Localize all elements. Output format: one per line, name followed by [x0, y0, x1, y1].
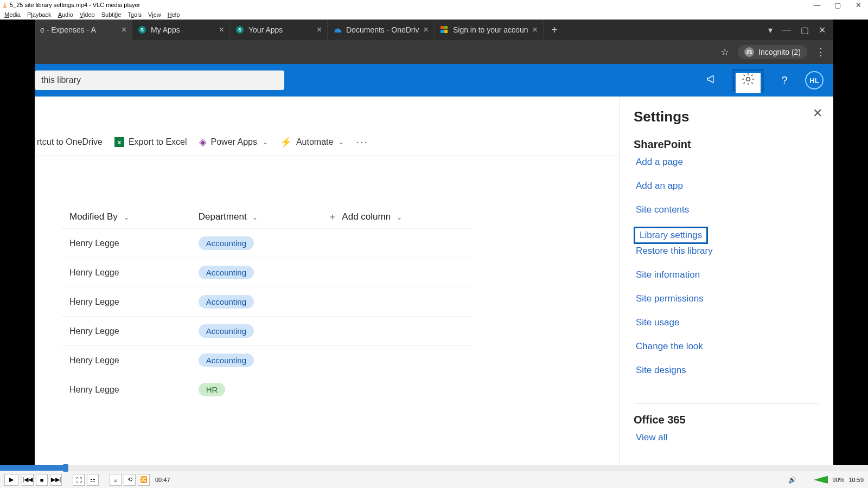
svg-rect-2	[4, 6, 7, 7]
excel-icon: x	[114, 137, 124, 147]
cmd-export-excel[interactable]: x Export to Excel	[114, 137, 187, 147]
vlc-seekbar[interactable]	[0, 465, 868, 471]
search-input[interactable]	[35, 70, 284, 90]
settings-link-site-permissions[interactable]: Site permissions	[634, 292, 819, 306]
vlc-menu-video[interactable]: Video	[80, 11, 95, 18]
window-close-icon[interactable]: ✕	[851, 1, 866, 9]
settings-link-library-settings[interactable]: Library settings	[634, 227, 708, 244]
bookmark-star-icon[interactable]: ☆	[720, 46, 729, 58]
vlc-shuffle-button[interactable]: 🔀	[138, 474, 150, 486]
vlc-stop-button[interactable]: ■	[36, 474, 48, 486]
table-row[interactable]: Henry LeggeHR	[61, 375, 473, 404]
close-icon[interactable]: ×	[219, 25, 224, 35]
cmd-label: Power Apps	[211, 137, 257, 147]
col-label: Modified By	[69, 211, 118, 222]
vlc-controls: ▶ |◀◀ ■ ▶▶| ⛶ ⚏ ≡ ⟲ 🔀 00:47 🔊 90% 10:59	[0, 471, 868, 488]
chrome-minimize-icon[interactable]: —	[782, 25, 791, 35]
automate-icon: ⚡	[280, 136, 292, 148]
vlc-loop-button[interactable]: ⟲	[124, 474, 136, 486]
incognito-badge[interactable]: Incognito (2)	[738, 45, 807, 59]
tab-your-apps[interactable]: S Your Apps ×	[230, 20, 328, 40]
chevron-down-icon: ⌄	[252, 214, 258, 221]
settings-link-view-all[interactable]: View all	[634, 431, 819, 445]
cmd-more-icon[interactable]: ···	[356, 136, 368, 148]
tab-expenses[interactable]: e - Expenses - A ×	[35, 20, 132, 40]
vlc-total-time: 10:59	[848, 477, 864, 483]
vlc-menu-media[interactable]: Media	[4, 11, 21, 18]
table-row[interactable]: Henry LeggeAccounting	[61, 346, 473, 375]
cmd-automate[interactable]: ⚡ Automate ⌄	[280, 136, 344, 148]
megaphone-icon[interactable]	[704, 73, 719, 88]
gear-highlight-box	[732, 69, 764, 92]
col-modified-by[interactable]: Modified By ⌄	[61, 205, 190, 229]
close-icon[interactable]: ×	[317, 25, 322, 35]
window-maximize-icon[interactable]: ▢	[830, 1, 845, 9]
chrome-maximize-icon[interactable]: ▢	[801, 25, 809, 35]
cell-department: Accounting	[190, 287, 319, 317]
col-label: Add column	[342, 211, 391, 222]
table-row[interactable]: Henry LeggeAccounting	[61, 258, 473, 287]
settings-link-site-information[interactable]: Site information	[634, 268, 819, 282]
volume-icon[interactable]: 🔊	[788, 476, 796, 484]
settings-link-change-the-look[interactable]: Change the look	[634, 339, 819, 354]
volume-slider[interactable]	[801, 476, 828, 484]
cell-modified-by: Henry Legge	[61, 375, 190, 404]
settings-link-site-designs[interactable]: Site designs	[634, 363, 819, 377]
window-minimize-icon[interactable]: —	[809, 1, 825, 9]
vlc-menu-tools[interactable]: Tools	[127, 11, 142, 18]
vlc-menu-audio[interactable]: Audio	[58, 11, 73, 18]
new-tab-button[interactable]: +	[544, 20, 565, 40]
settings-link-site-usage[interactable]: Site usage	[634, 316, 819, 330]
vlc-menu-view[interactable]: View	[148, 11, 161, 18]
tab-onedrive[interactable]: Documents - OneDriv ×	[328, 20, 435, 40]
settings-link-add-a-page[interactable]: Add a page	[634, 155, 819, 169]
tab-label: Your Apps	[248, 25, 283, 34]
cell-modified-by: Henry Legge	[61, 229, 190, 258]
close-icon[interactable]: ×	[532, 25, 537, 35]
vlc-menu-playback[interactable]: Playback	[27, 11, 52, 18]
vlc-current-time: 00:47	[155, 477, 170, 483]
close-icon[interactable]: ×	[122, 25, 126, 35]
table-row[interactable]: Henry LeggeAccounting	[61, 229, 473, 258]
vlc-window-title: 5_25 site library settings.mp4 - VLC med…	[10, 2, 140, 8]
help-icon[interactable]: ?	[777, 74, 792, 87]
cmd-label: rtcut to OneDrive	[37, 137, 103, 147]
department-pill: Accounting	[199, 324, 254, 338]
tab-signin[interactable]: Sign in to your accoun ×	[435, 20, 544, 40]
powerapps-icon: ◈	[199, 136, 207, 148]
table-row[interactable]: Henry LeggeAccounting	[61, 287, 473, 317]
table-row[interactable]: Henry LeggeAccounting	[61, 317, 473, 346]
settings-link-restore-this-library[interactable]: Restore this library	[634, 244, 819, 258]
settings-gear-button[interactable]	[736, 73, 761, 93]
tab-my-apps[interactable]: S My Apps ×	[132, 20, 230, 40]
vlc-menu-subtitle[interactable]: Subtitle	[101, 11, 122, 18]
content-region: Private group ★ Following 1 membe	[35, 97, 833, 465]
vlc-extended-button[interactable]: ⚏	[87, 474, 99, 486]
settings-link-add-an-app[interactable]: Add an app	[634, 179, 819, 193]
vlc-video-stage: e - Expenses - A × S My Apps × S Your Ap…	[0, 20, 868, 465]
onedrive-favicon-icon	[333, 25, 342, 34]
cell-department: Accounting	[190, 317, 319, 346]
chevron-down-icon: ⌄	[124, 214, 129, 221]
settings-link-site-contents[interactable]: Site contents	[634, 203, 819, 217]
vlc-play-button[interactable]: ▶	[4, 474, 18, 486]
vlc-playlist-button[interactable]: ≡	[110, 474, 122, 486]
add-column-button[interactable]: ＋ Add column ⌄	[319, 205, 473, 229]
vlc-prev-button[interactable]: |◀◀	[22, 474, 34, 486]
close-icon[interactable]: ✕	[813, 106, 822, 120]
chrome-menu-icon[interactable]: ⋮	[816, 46, 826, 58]
vlc-menu-help[interactable]: Help	[168, 11, 180, 18]
col-department[interactable]: Department ⌄	[190, 205, 319, 229]
cell-department: Accounting	[190, 229, 319, 258]
tab-search-icon[interactable]: ▾	[768, 25, 773, 35]
cmd-power-apps[interactable]: ◈ Power Apps ⌄	[199, 136, 268, 148]
svg-rect-4	[444, 26, 448, 29]
incognito-label: Incognito (2)	[758, 48, 801, 56]
vlc-next-button[interactable]: ▶▶|	[50, 474, 62, 486]
vlc-seek-thumb[interactable]	[63, 464, 68, 472]
cmd-shortcut-onedrive[interactable]: rtcut to OneDrive	[35, 137, 103, 147]
chrome-close-icon[interactable]: ✕	[819, 25, 826, 35]
close-icon[interactable]: ×	[424, 25, 429, 35]
avatar[interactable]: HL	[805, 71, 824, 89]
vlc-fullscreen-button[interactable]: ⛶	[73, 474, 85, 486]
